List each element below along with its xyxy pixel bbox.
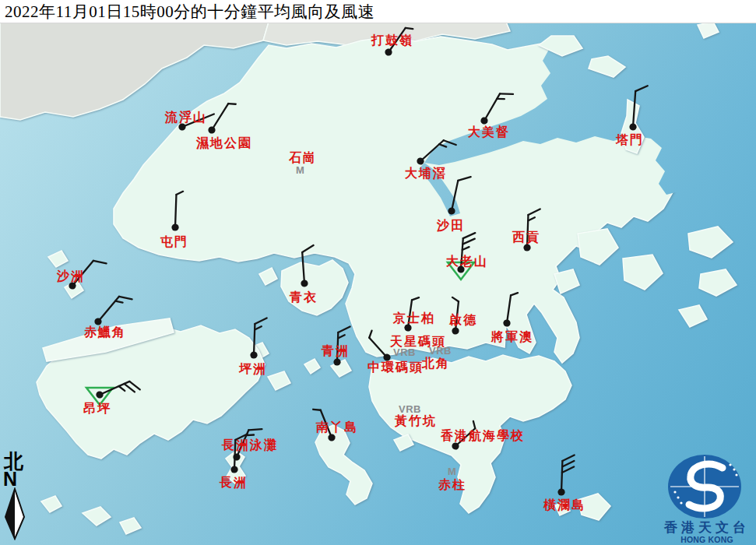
- wind-barb-central-pier: [364, 331, 395, 363]
- station-dot-tseung-kwan-o: [503, 319, 511, 327]
- wind-barb-wetland-park: [207, 99, 236, 137]
- title-bar: 2022年11月01日15時00分的十分鐘平均風向及風速: [0, 0, 756, 23]
- wind-barb-tates-cairn: [448, 232, 475, 280]
- wind-barb-hk-sea-school: [448, 421, 480, 452]
- station-dot-cheung-chau-beach: [232, 452, 241, 462]
- wind-barb-peng-chau: [250, 318, 266, 359]
- wind-barb-tsing-yi: [298, 245, 316, 287]
- north-compass: 北 N: [2, 452, 33, 540]
- wind-barb-sai-kung: [523, 209, 540, 251]
- hko-logo-name-cn: 香港天文台: [658, 520, 756, 536]
- station-dot-tates-cairn: [457, 265, 465, 273]
- page-title: 2022年11月01日15時00分的十分鐘平均風向及風速: [0, 1, 374, 23]
- station-dot-sai-kung: [523, 244, 531, 251]
- station-dot-green-island: [333, 358, 341, 366]
- wind-barb-lamma-island: [313, 406, 336, 444]
- station-dot-kai-tak: [452, 327, 459, 335]
- wind-barbs-layer: [0, 0, 756, 545]
- wind-barb-tai-po-kau: [416, 133, 456, 172]
- station-dot-cheung-chau: [230, 466, 238, 473]
- wind-barb-green-island: [333, 326, 350, 366]
- station-dot-tap-mun: [629, 123, 637, 131]
- compass-north-en-label: N: [3, 471, 33, 487]
- wind-barb-tuen-mun: [171, 191, 183, 231]
- wind-barb-sha-tin: [448, 174, 471, 217]
- hko-logo: 香港天文台 HONG KONG OBSERVATORY: [658, 454, 756, 545]
- station-dot-tuen-mun: [171, 223, 179, 231]
- station-dot-tai-mei-tuk: [480, 116, 490, 126]
- station-dot-lau-fau-shan: [178, 122, 187, 132]
- wind-barb-ta-kwu-ling: [384, 23, 413, 59]
- station-dot-peng-chau: [250, 351, 258, 359]
- station-dot-sha-tin: [448, 207, 456, 216]
- north-arrow-icon: [2, 487, 33, 540]
- station-dot-tsing-yi: [301, 280, 308, 287]
- wind-barb-ngong-ping: [86, 375, 140, 406]
- wind-barb-sha-chau: [68, 254, 107, 296]
- station-dot-kings-park: [404, 324, 412, 332]
- wind-barb-tseung-kwan-o: [503, 291, 518, 327]
- hko-logo-icon: [658, 454, 756, 519]
- station-dot-lamma-island: [327, 433, 336, 442]
- wind-barb-cheung-chau-beach: [232, 423, 262, 465]
- wind-barb-tai-mei-tuk: [480, 86, 513, 129]
- wind-barb-kai-tak: [448, 297, 462, 335]
- wind-barb-waglan-island: [557, 455, 574, 496]
- wind-barb-tap-mun: [629, 85, 648, 132]
- station-dot-waglan-island: [557, 488, 565, 496]
- wind-barb-kings-park: [404, 296, 419, 332]
- station-dot-ngong-ping: [95, 390, 104, 399]
- hko-logo-name-en: HONG KONG OBSERVATORY: [658, 536, 756, 545]
- station-dot-wetland-park: [207, 125, 217, 135]
- wind-map-screen: 打鼓嶺流浮山濕地公園石崗M大美督塔門大埔滘沙田西貢大老山屯門沙洲赤鱲角青衣坪洲青…: [0, 0, 756, 545]
- wind-barb-chek-lap-kok: [93, 290, 132, 332]
